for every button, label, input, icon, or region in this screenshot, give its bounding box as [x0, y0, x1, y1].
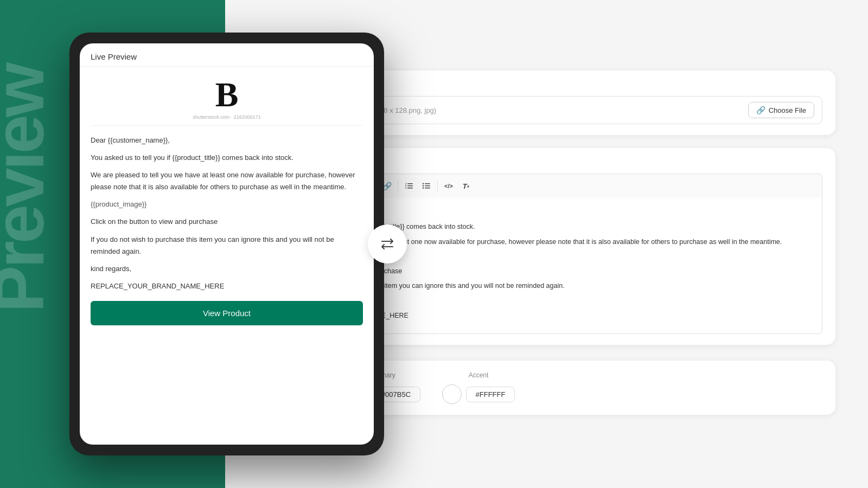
email-regards: kind regards,	[91, 263, 363, 275]
stock-image-label: shutterstock.com · 2162000171	[193, 114, 261, 120]
svg-rect-1	[407, 185, 413, 187]
svg-rect-2	[407, 188, 413, 189]
email-brand-name: REPLACE_YOUR_BRAND_NAME_HERE	[91, 280, 363, 292]
toolbar-divider-2	[398, 181, 398, 191]
accent-hex-input[interactable]	[466, 387, 515, 402]
ordered-list-button[interactable]: 123	[401, 178, 417, 194]
color-row: Primary Accent	[348, 371, 822, 404]
svg-point-9	[423, 183, 424, 184]
code-button[interactable]: </>	[441, 178, 456, 194]
tablet-content: B shutterstock.com · 2162000171 Dear {{c…	[80, 67, 374, 445]
email-greeting: Dear {{customer_name}},	[91, 134, 363, 146]
email-para2: We are pleased to tell you we have at le…	[91, 169, 363, 193]
swap-button[interactable]	[368, 224, 407, 264]
clear-format-button[interactable]: Tx	[458, 178, 474, 194]
logo-label: Logo	[348, 81, 822, 89]
svg-rect-7	[425, 185, 430, 187]
view-product-button[interactable]: View Product	[91, 301, 363, 325]
tablet-header: Live Preview	[80, 43, 374, 67]
accent-color-swatch[interactable]	[442, 384, 462, 404]
toolbar-divider-3	[437, 181, 438, 191]
email-product-image: {{product_image}}	[91, 198, 363, 210]
accent-color-item: Accent	[442, 371, 515, 404]
svg-text:3: 3	[405, 187, 407, 189]
email-para1: You asked us to tell you if {{product_ti…	[91, 152, 363, 164]
unordered-list-button[interactable]	[419, 178, 434, 194]
email-para4: If you do not wish to purchase this item…	[91, 234, 363, 258]
logo-area: B shutterstock.com · 2162000171	[91, 67, 363, 126]
svg-rect-0	[407, 183, 413, 184]
live-preview-label: Live Preview	[91, 52, 137, 61]
choose-file-label: Choose File	[769, 106, 806, 114]
brand-card: Logo Logo (128 x 128.png, jpg) 🔗 Choose …	[335, 70, 835, 135]
preview-watermark: Preview	[0, 65, 54, 312]
accent-label: Accent	[469, 371, 489, 379]
logo-upload-row: Logo (128 x 128.png, jpg) 🔗 Choose File	[348, 96, 822, 124]
brand-letter-display: B	[215, 75, 239, 114]
accent-swatch-row	[442, 384, 515, 404]
email-para3: Click on the button to view and purchase	[91, 216, 363, 228]
swap-icon	[380, 238, 395, 250]
svg-point-10	[423, 185, 424, 187]
svg-rect-6	[425, 183, 430, 184]
button-card: Primary Accent	[335, 361, 835, 415]
svg-point-11	[423, 188, 424, 189]
svg-rect-8	[425, 188, 430, 189]
tablet-screen: Live Preview B shutterstock.com · 216200…	[80, 43, 374, 445]
tablet-frame: Live Preview B shutterstock.com · 216200…	[69, 33, 384, 455]
email-body: Dear {{customer_name}}, You asked us to …	[91, 134, 363, 292]
choose-file-button[interactable]: 🔗 Choose File	[748, 102, 814, 118]
link-icon: 🔗	[756, 106, 765, 114]
